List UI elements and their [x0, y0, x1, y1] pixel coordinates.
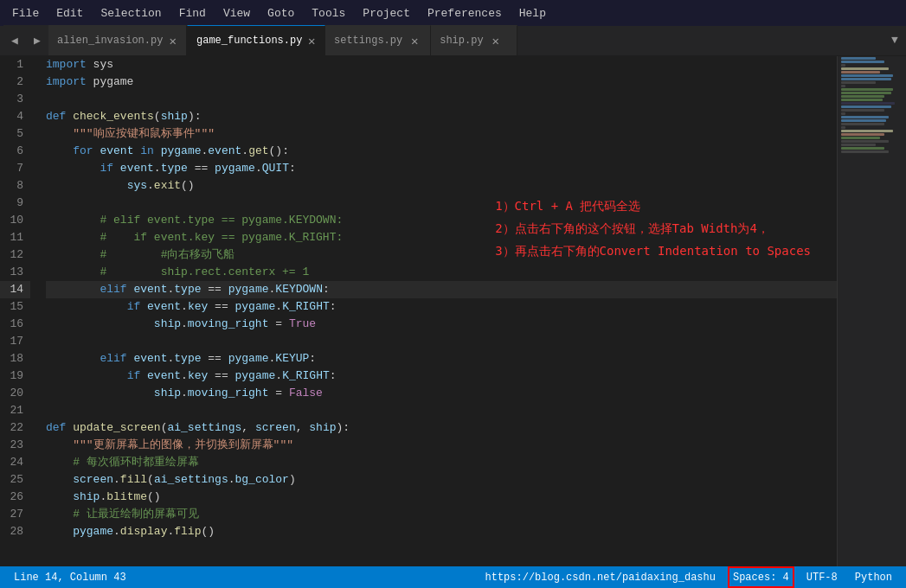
- tab-label-settings: settings.py: [334, 35, 402, 47]
- line-num-28: 28: [0, 523, 30, 540]
- code-line-18: elif event.type == pygame.KEYUP:: [46, 350, 837, 368]
- line-num-1: 1: [0, 56, 30, 74]
- menu-help[interactable]: Help: [511, 0, 555, 26]
- line-num-13: 13: [0, 264, 30, 281]
- code-line-27: # 让最近绘制的屏幕可见: [46, 506, 837, 523]
- tab-overflow[interactable]: ▼: [884, 25, 906, 55]
- tab-label-ship: ship.py: [440, 35, 483, 47]
- code-line-22: def update_screen(ai_settings, screen, s…: [46, 419, 837, 437]
- code-line-1: import sys: [46, 56, 837, 74]
- line-numbers: 1 2 3 4 5 6 7 8 9 10 11 12 13 14 15 16 1…: [0, 56, 39, 566]
- line-num-8: 8: [0, 177, 30, 195]
- code-line-12: # #向右移动飞船: [46, 246, 837, 264]
- code-area[interactable]: import sys import pygame def check_event…: [39, 56, 837, 566]
- line-num-19: 19: [0, 368, 30, 385]
- menu-tools[interactable]: Tools: [303, 0, 354, 26]
- code-line-4: def check_events(ship):: [46, 108, 837, 125]
- line-num-3: 3: [0, 91, 30, 108]
- line-num-17: 17: [0, 333, 30, 350]
- editor: 1 2 3 4 5 6 7 8 9 10 11 12 13 14 15 16 1…: [0, 56, 906, 566]
- menu-edit[interactable]: Edit: [48, 0, 92, 26]
- code-line-25: screen.fill(ai_settings.bg_color): [46, 471, 837, 489]
- code-line-19: if event.key == pygame.K_RIGHT:: [46, 368, 837, 385]
- code-line-9: [46, 195, 837, 212]
- tab-ship[interactable]: ship.py ✕: [431, 25, 517, 55]
- code-line-14: elif event.type == pygame.KEYDOWN:: [46, 281, 837, 298]
- status-right: https://blog.csdn.net/paidaxing_dashu Sp…: [480, 566, 898, 588]
- line-num-23: 23: [0, 437, 30, 454]
- code-line-6: for event in pygame.event.get():: [46, 143, 837, 160]
- line-num-22: 22: [0, 419, 30, 437]
- tab-bar: ◀ ▶ alien_invasion.py ✕ game_functions.p…: [0, 26, 906, 56]
- minimap: [837, 56, 906, 566]
- status-language[interactable]: Python: [850, 566, 897, 588]
- line-num-24: 24: [0, 454, 30, 471]
- menu-bar: File Edit Selection Find View Goto Tools…: [0, 0, 906, 26]
- tab-game-functions[interactable]: game_functions.py ✕: [187, 25, 325, 55]
- line-num-2: 2: [0, 74, 30, 91]
- line-num-18: 18: [0, 350, 30, 368]
- code-line-28: pygame.display.flip(): [46, 523, 837, 540]
- menu-project[interactable]: Project: [354, 0, 419, 26]
- tab-nav-prev[interactable]: ◀: [3, 25, 26, 55]
- line-num-20: 20: [0, 385, 30, 402]
- line-num-27: 27: [0, 506, 30, 523]
- line-num-21: 21: [0, 402, 30, 419]
- code-line-13: # ship.rect.centerx += 1: [46, 264, 837, 281]
- line-num-5: 5: [0, 125, 30, 143]
- code-line-21: [46, 402, 837, 419]
- line-num-4: 4: [0, 108, 30, 125]
- line-num-10: 10: [0, 212, 30, 229]
- status-url: https://blog.csdn.net/paidaxing_dashu: [480, 566, 721, 588]
- line-num-14: 14: [0, 281, 30, 298]
- line-num-9: 9: [0, 195, 30, 212]
- code-line-8: sys.exit(): [46, 177, 837, 195]
- code-line-16: ship.moving_right = True: [46, 316, 837, 333]
- line-num-11: 11: [0, 229, 30, 246]
- line-num-6: 6: [0, 143, 30, 160]
- line-num-25: 25: [0, 471, 30, 489]
- tab-close-settings[interactable]: ✕: [408, 34, 421, 48]
- status-spaces[interactable]: Spaces: 4: [728, 566, 794, 588]
- menu-selection[interactable]: Selection: [92, 0, 170, 26]
- tab-close-game[interactable]: ✕: [307, 34, 316, 48]
- line-num-12: 12: [0, 246, 30, 264]
- tab-alien-invasion[interactable]: alien_invasion.py ✕: [48, 25, 187, 55]
- status-bar: Line 14, Column 43 https://blog.csdn.net…: [0, 566, 906, 588]
- tab-label-game: game_functions.py: [196, 35, 302, 47]
- tab-nav-next[interactable]: ▶: [26, 25, 48, 55]
- tab-settings[interactable]: settings.py ✕: [325, 25, 431, 55]
- code-line-17: [46, 333, 837, 350]
- code-line-26: ship.blitme(): [46, 489, 837, 506]
- menu-view[interactable]: View: [215, 0, 259, 26]
- code-line-5: """响应按键和鼠标事件""": [46, 125, 837, 143]
- code-line-3: [46, 91, 837, 108]
- tab-close-alien[interactable]: ✕: [168, 34, 177, 48]
- line-num-16: 16: [0, 316, 30, 333]
- line-num-26: 26: [0, 489, 30, 506]
- code-line-23: """更新屏幕上的图像，并切换到新屏幕""": [46, 437, 837, 454]
- code-line-2: import pygame: [46, 74, 837, 91]
- menu-file[interactable]: File: [3, 0, 48, 26]
- status-encoding[interactable]: UTF-8: [801, 566, 843, 588]
- status-position[interactable]: Line 14, Column 43: [9, 566, 132, 588]
- tab-close-ship[interactable]: ✕: [489, 34, 503, 48]
- menu-goto[interactable]: Goto: [259, 0, 303, 26]
- code-line-20: ship.moving_right = False: [46, 385, 837, 402]
- tab-label-alien: alien_invasion.py: [57, 35, 163, 47]
- code-line-11: # if event.key == pygame.K_RIGHT:: [46, 229, 837, 246]
- code-line-10: # elif event.type == pygame.KEYDOWN:: [46, 212, 837, 229]
- code-line-7: if event.type == pygame.QUIT:: [46, 160, 837, 177]
- status-left: Line 14, Column 43: [9, 566, 132, 588]
- line-num-7: 7: [0, 160, 30, 177]
- minimap-visual: [838, 56, 906, 566]
- line-num-15: 15: [0, 298, 30, 316]
- code-line-24: # 每次循环时都重绘屏幕: [46, 454, 837, 471]
- code-line-15: if event.key == pygame.K_RIGHT:: [46, 298, 837, 316]
- menu-find[interactable]: Find: [170, 0, 215, 26]
- menu-preferences[interactable]: Preferences: [419, 0, 511, 26]
